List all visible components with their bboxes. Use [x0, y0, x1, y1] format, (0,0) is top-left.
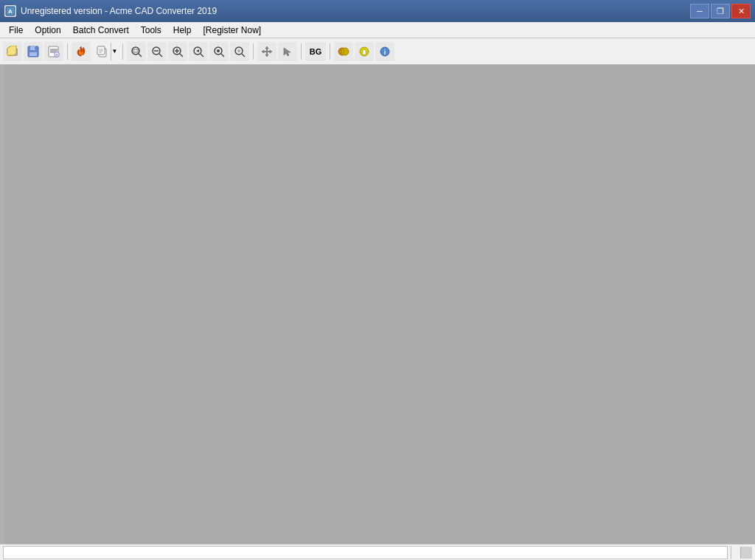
svg-line-20: [139, 54, 142, 57]
sep4: [301, 43, 302, 60]
svg-line-23: [159, 54, 162, 57]
zoom-in-button[interactable]: [168, 42, 187, 61]
svg-line-30: [201, 54, 203, 57]
scroll-corner: [740, 547, 752, 559]
svg-line-26: [180, 54, 183, 57]
zoom-prev-button[interactable]: [189, 42, 208, 61]
sep3: [253, 43, 254, 60]
svg-line-32: [221, 54, 224, 57]
restore-button[interactable]: ❐: [711, 4, 730, 18]
zoom-prev-icon: [192, 46, 204, 57]
compare2-icon: [358, 46, 370, 57]
copy-button[interactable]: [93, 43, 111, 60]
bg-button[interactable]: BG: [305, 42, 326, 61]
compare2-button[interactable]: [355, 42, 374, 61]
svg-text:+: +: [56, 52, 58, 57]
flame-icon: [75, 46, 87, 57]
saveas-button[interactable]: +: [44, 42, 63, 61]
info-icon: i: [379, 46, 391, 57]
main-canvas: [0, 65, 755, 544]
left-resize-handle[interactable]: [0, 65, 4, 544]
menu-help[interactable]: Help: [167, 22, 198, 38]
close-button[interactable]: ✕: [731, 4, 751, 18]
zoom-realtime-button[interactable]: [209, 42, 229, 61]
zoom-out-icon: [151, 46, 163, 57]
app-icon: A: [4, 5, 16, 17]
compare1-icon: [338, 46, 349, 57]
bg-label: BG: [310, 47, 322, 56]
sep5: [330, 43, 330, 60]
zoom-realtime-icon: [213, 46, 225, 57]
action-button[interactable]: [72, 42, 91, 61]
minimize-button[interactable]: ─: [690, 4, 709, 18]
svg-point-33: [217, 49, 220, 52]
zoom-window-button[interactable]: [127, 42, 146, 61]
compare1-button[interactable]: [334, 42, 353, 61]
menu-batch-convert[interactable]: Batch Convert: [67, 22, 135, 38]
pan-icon: [261, 46, 273, 57]
toolbar: + ▼: [0, 38, 755, 65]
window-title: Unregistered version - Acme CAD Converte…: [21, 6, 217, 16]
status-text: [3, 546, 728, 559]
svg-line-35: [242, 54, 245, 57]
zoom-window-icon: [131, 46, 142, 57]
copy-split-button[interactable]: ▼: [92, 42, 119, 61]
sep1: [67, 43, 68, 60]
svg-point-37: [341, 48, 349, 55]
svg-rect-21: [133, 49, 138, 52]
info-button[interactable]: i: [375, 42, 394, 61]
svg-rect-6: [29, 52, 37, 56]
zoom-in-icon: [172, 46, 184, 57]
menu-file[interactable]: File: [3, 22, 29, 38]
pan-button[interactable]: [257, 42, 276, 61]
title-bar: A Unregistered version - Acme CAD Conver…: [0, 0, 755, 22]
menu-bar: File Option Batch Convert Tools Help [Re…: [0, 22, 755, 38]
svg-rect-7: [35, 47, 35, 49]
zoom-out-button[interactable]: [147, 42, 167, 61]
open-button[interactable]: [3, 42, 22, 61]
open-icon: [7, 46, 18, 57]
zoom-restore-icon: [234, 46, 246, 57]
copy-dropdown-arrow[interactable]: ▼: [111, 43, 118, 60]
status-bar: [0, 544, 755, 560]
svg-rect-5: [30, 46, 35, 50]
window-controls: ─ ❐ ✕: [690, 4, 751, 18]
sep2: [122, 43, 123, 60]
svg-text:A: A: [8, 8, 13, 15]
zoom-restore-button[interactable]: [230, 42, 249, 61]
select-icon: [282, 46, 293, 57]
save-icon: [27, 46, 39, 57]
save-button[interactable]: [24, 42, 43, 61]
copy-icon: [96, 46, 108, 57]
menu-option[interactable]: Option: [29, 22, 66, 38]
menu-register[interactable]: [Register Now]: [197, 22, 267, 38]
status-divider: [731, 546, 731, 559]
select-button[interactable]: [278, 42, 297, 61]
saveas-icon: +: [48, 46, 60, 57]
menu-tools[interactable]: Tools: [135, 22, 167, 38]
title-bar-left: A Unregistered version - Acme CAD Conver…: [4, 5, 217, 17]
svg-text:i: i: [384, 49, 386, 56]
